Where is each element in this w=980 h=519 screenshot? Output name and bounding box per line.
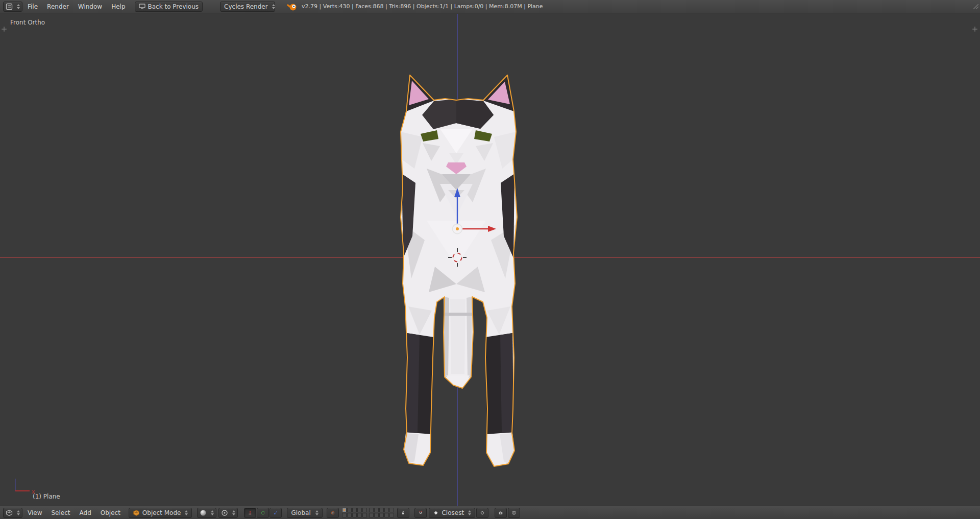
manipulator-rotate-toggle[interactable] [257, 508, 269, 518]
snap-element-icon [433, 510, 439, 516]
active-object-label: (1) Plane [33, 493, 60, 500]
translate-manipulator-icon [248, 509, 252, 516]
layer-cell[interactable] [357, 508, 362, 512]
dropdown-arrows-icon [272, 4, 275, 9]
viewport-3d[interactable]: Front Ortho [0, 14, 980, 506]
cursor-3d [448, 248, 467, 267]
pivot-point-selector[interactable] [218, 508, 238, 518]
rotate-manipulator-icon [261, 509, 265, 516]
manipulator-translate-toggle[interactable] [244, 508, 256, 518]
dropdown-arrows-icon [468, 510, 471, 515]
scene-stats: v2.79 | Verts:430 | Faces:868 | Tris:896… [302, 3, 543, 10]
transform-gizmo[interactable] [434, 184, 505, 286]
menu-help[interactable]: Help [107, 2, 129, 12]
layer-cell[interactable] [357, 513, 362, 517]
blender-window: { "colors": { "selection_outline": "#f0a… [0, 0, 980, 519]
layer-cell[interactable] [374, 508, 379, 512]
region-corner-handle-left[interactable] [1, 26, 7, 32]
mode-selector[interactable]: Object Mode [129, 508, 192, 518]
viewport-shading-selector[interactable] [197, 508, 216, 518]
layer-cell[interactable] [369, 508, 374, 512]
object-mode-cube-icon [133, 509, 140, 516]
menu-file[interactable]: File [23, 2, 42, 12]
blender-logo-icon [286, 2, 298, 11]
pivot-point-icon [221, 509, 228, 516]
layer-cell[interactable] [379, 513, 384, 517]
snap-target-toggle[interactable] [476, 508, 488, 518]
orientation-selector-label: Global [291, 509, 310, 516]
layer-cell[interactable] [352, 508, 357, 512]
snap-toggle[interactable] [414, 508, 427, 518]
menu-view[interactable]: View [23, 508, 46, 518]
layer-cell[interactable] [362, 508, 367, 512]
render-opengl-button[interactable] [508, 508, 520, 518]
scale-manipulator-icon [274, 509, 278, 516]
dropdown-arrows-icon [17, 510, 20, 515]
render-camera-icon [499, 509, 503, 516]
mode-selector-label: Object Mode [142, 509, 181, 516]
info-editor-icon [6, 3, 13, 10]
info-header: File Render Window Help Back to Previous… [0, 0, 980, 13]
editor-type-button[interactable] [3, 2, 22, 12]
proportional-edit-icon [331, 509, 335, 516]
snap-element-selector[interactable]: Closest [429, 508, 475, 518]
back-to-previous-button[interactable]: Back to Previous [135, 2, 203, 12]
layer-cell[interactable] [374, 513, 379, 517]
shading-sphere-icon [200, 509, 207, 516]
layer-cell[interactable] [369, 513, 374, 517]
dropdown-arrows-icon [232, 510, 235, 515]
layer-cell[interactable] [347, 508, 352, 512]
viewport-header: View Select Add Object Object Mode [0, 506, 980, 519]
snap-magnet-icon [419, 509, 423, 516]
layer-cell[interactable] [342, 508, 347, 512]
editor-type-button-3dview[interactable] [3, 508, 22, 518]
dropdown-arrows-icon [185, 510, 188, 515]
dropdown-arrows-icon [17, 4, 20, 9]
menu-add[interactable]: Add [76, 508, 95, 518]
render-image-button[interactable] [495, 508, 507, 518]
manipulator-toggle-group [244, 508, 282, 518]
object-origin-dot [456, 227, 459, 230]
orientation-selector[interactable]: Global [287, 508, 323, 518]
render-engine-selector[interactable]: Cycles Render [220, 2, 275, 12]
screen-back-icon [139, 4, 145, 9]
snap-element-label: Closest [442, 509, 464, 516]
lock-icon [401, 509, 405, 516]
menu-window[interactable]: Window [74, 2, 106, 12]
back-to-previous-label: Back to Previous [148, 3, 199, 10]
viewport-editor-icon [6, 509, 13, 516]
layers-widget [342, 508, 394, 517]
layer-cell[interactable] [352, 513, 357, 517]
dropdown-arrows-icon [315, 510, 318, 515]
gizmo-z-arrow [454, 188, 460, 224]
menu-select[interactable]: Select [47, 508, 74, 518]
layer-cell[interactable] [384, 508, 389, 512]
region-corner-handle-right[interactable] [972, 26, 978, 32]
layer-cell[interactable] [362, 513, 367, 517]
layer-cell[interactable] [347, 513, 352, 517]
dropdown-arrows-icon [211, 510, 214, 515]
render-opengl-icon [512, 509, 516, 516]
gizmo-x-arrow [462, 226, 496, 232]
layer-cell[interactable] [389, 513, 394, 517]
proportional-edit-toggle[interactable] [327, 508, 339, 518]
manipulator-scale-toggle[interactable] [270, 508, 282, 518]
layer-cell[interactable] [384, 513, 389, 517]
layer-cell[interactable] [342, 513, 347, 517]
view-name-label: Front Ortho [10, 19, 45, 26]
menu-object[interactable]: Object [96, 508, 125, 518]
region-split-handle[interactable] [973, 4, 979, 10]
layer-cell[interactable] [389, 508, 394, 512]
render-engine-label: Cycles Render [224, 3, 268, 10]
layer-cell[interactable] [379, 508, 384, 512]
lock-to-scene-toggle[interactable] [397, 508, 409, 518]
snap-target-icon [480, 509, 484, 516]
menu-render[interactable]: Render [43, 2, 73, 12]
